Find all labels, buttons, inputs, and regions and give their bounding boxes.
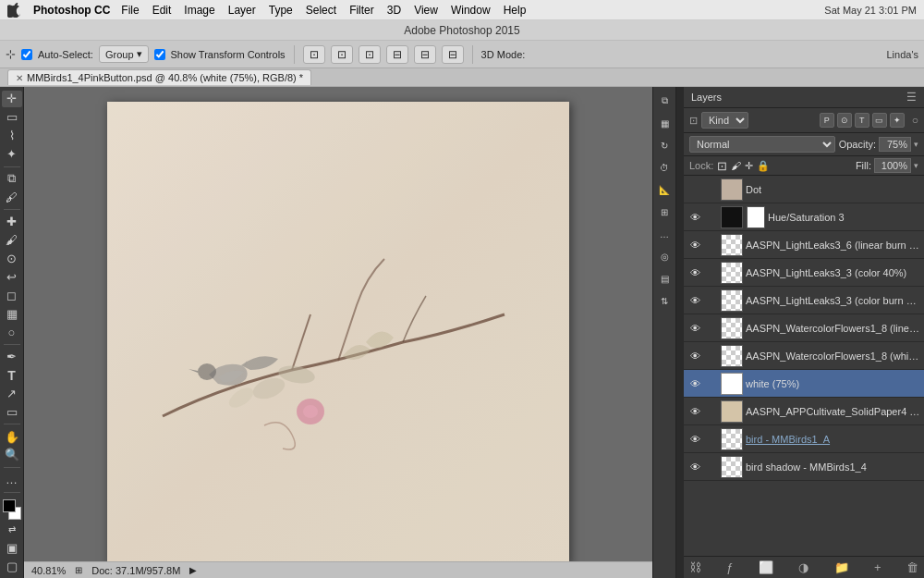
visibility-toggle[interactable]: 👁 — [687, 210, 702, 225]
layer-delete-btn[interactable]: 🗑 — [906, 560, 918, 574]
timeline-btn[interactable]: ⏱ — [654, 157, 675, 178]
eraser-tool[interactable]: ◻ — [2, 287, 22, 303]
magic-wand-tool[interactable]: ✦ — [2, 146, 22, 163]
menu-filter[interactable]: Filter — [349, 4, 374, 17]
layer-row[interactable]: 👁 AASPN_LightLeaks3_6 (linear burn 100%) — [684, 231, 924, 259]
close-icon[interactable]: ✕ — [16, 73, 23, 83]
layer-row[interactable]: 👁 AASPN_WatercolorFlowers1_8 (linear bur… — [684, 314, 924, 342]
fill-input[interactable] — [874, 158, 911, 173]
apple-icon[interactable] — [7, 3, 22, 18]
pen-tool[interactable]: ✒ — [2, 349, 22, 365]
gradient-tool[interactable]: ▦ — [2, 305, 22, 322]
layer-new-btn[interactable]: + — [874, 560, 881, 574]
lock-position-icon[interactable]: ✛ — [745, 160, 753, 172]
menu-edit[interactable]: Edit — [152, 4, 172, 17]
visibility-toggle[interactable]: 👁 — [687, 293, 702, 308]
swap-btn[interactable]: ⇅ — [654, 290, 675, 311]
expand-icon[interactable]: ▶ — [189, 565, 197, 575]
lock-image-icon[interactable]: 🖌 — [731, 160, 741, 171]
hand-tool[interactable]: ✋ — [2, 428, 22, 445]
spot-heal-tool[interactable]: ✚ — [2, 214, 22, 230]
align-top-icon[interactable]: ⊟ — [386, 45, 408, 64]
menu-layer[interactable]: Layer — [228, 4, 256, 17]
layer-row[interactable]: 👁 AASPN_LightLeaks3_3 (color 40%) — [684, 259, 924, 287]
auto-select-checkbox[interactable] — [21, 49, 32, 60]
visibility-toggle[interactable]: 👁 — [687, 432, 702, 447]
filter-smart-icon[interactable]: ✦ — [890, 113, 905, 128]
lock-transparent-icon[interactable]: ⊡ — [717, 159, 727, 173]
layer-link-btn[interactable]: ⛓ — [689, 560, 701, 574]
move-tool[interactable]: ✛ — [2, 91, 22, 107]
layer-row[interactable]: 👁 bird shadow - MMBirds1_4 — [684, 453, 924, 481]
eye-target-btn[interactable]: ◎ — [654, 246, 675, 266]
swap-colors-icon[interactable]: ⇄ — [2, 522, 22, 538]
menu-view[interactable]: View — [414, 4, 438, 17]
align-middle-icon[interactable]: ⊟ — [414, 45, 436, 64]
layers-panel-menu-icon[interactable]: ☰ — [906, 91, 917, 104]
lasso-tool[interactable]: ⌇ — [2, 128, 22, 144]
visibility-toggle[interactable]: 👁 — [687, 349, 702, 363]
layer-row[interactable]: 👁 AASPN_APPCultivate_SolidPaper4 (35%) — [684, 398, 924, 425]
stamp-tool[interactable]: ⊙ — [2, 251, 22, 267]
ruler-btn[interactable]: 📐 — [654, 179, 675, 200]
menu-type[interactable]: Type — [269, 4, 293, 17]
opacity-arrow[interactable]: ▾ — [914, 140, 918, 149]
panel-resize-handle[interactable] — [676, 87, 684, 578]
align-right-icon[interactable]: ⊡ — [359, 45, 381, 64]
layer-group-btn[interactable]: 📁 — [834, 560, 849, 574]
canvas-area[interactable]: ♪ 40.81% ⊞ Doc: 37.1M/957.8M ▶ — [24, 87, 652, 578]
layer-row[interactable]: 👁 bird - MMBirds1_A — [684, 425, 924, 453]
fill-arrow[interactable]: ▾ — [914, 161, 918, 170]
eyedropper-tool[interactable]: 🖋 — [2, 189, 22, 205]
visibility-toggle[interactable]: 👁 — [687, 238, 702, 252]
visibility-toggle[interactable] — [687, 182, 702, 197]
filter-adj-icon[interactable]: ⊙ — [837, 113, 852, 128]
layer-row[interactable]: 👁 AASPN_LightLeaks3_3 (color burn 40%) — [684, 287, 924, 314]
marquee-tool[interactable]: ▭ — [2, 109, 22, 126]
transform-checkbox[interactable] — [154, 49, 165, 60]
layer-row[interactable]: 👁 AASPN_WatercolorFlowers1_8 (white 100%… — [684, 342, 924, 370]
filter-type-icon[interactable]: T — [855, 113, 869, 128]
screen-mode-icon[interactable]: ▢ — [2, 558, 22, 574]
rotate-btn[interactable]: ↻ — [654, 135, 675, 155]
crop-tool[interactable]: ⧉ — [2, 170, 22, 187]
menu-select[interactable]: Select — [306, 4, 336, 17]
burn-tool[interactable]: ○ — [2, 324, 22, 340]
filter-shape-icon[interactable]: ▭ — [872, 113, 887, 128]
align-center-icon[interactable]: ⊡ — [331, 45, 353, 64]
path-select-tool[interactable]: ↗ — [2, 386, 22, 402]
layer-row[interactable]: Dot — [684, 176, 924, 203]
visibility-toggle[interactable]: 👁 — [687, 265, 702, 280]
lock-all-icon[interactable]: 🔒 — [757, 160, 770, 172]
foreground-color-swatch[interactable] — [3, 499, 16, 512]
history-tool[interactable]: ↩ — [2, 269, 22, 286]
layer-row[interactable]: 👁 Hue/Saturation 3 — [684, 203, 924, 231]
brush-tool[interactable]: 🖌 — [2, 232, 22, 249]
layer-type-filter[interactable]: Kind — [701, 112, 748, 129]
grid-btn[interactable]: ⊞ — [654, 202, 675, 222]
visibility-toggle[interactable]: 👁 — [687, 404, 702, 419]
layer-row-active[interactable]: 👁 white (75%) — [684, 370, 924, 398]
filter-toggle[interactable]: ○ — [912, 114, 918, 127]
visibility-toggle[interactable]: 👁 — [687, 460, 702, 474]
menu-help[interactable]: Help — [504, 4, 527, 17]
zoom-tool[interactable]: 🔍 — [2, 447, 22, 463]
visibility-toggle[interactable]: 👁 — [687, 376, 702, 391]
quick-mask-icon[interactable]: ▣ — [2, 539, 22, 556]
opacity-input[interactable] — [879, 137, 911, 152]
align-bottom-icon[interactable]: ⊟ — [442, 45, 464, 64]
blend-mode-select[interactable]: Normal — [689, 136, 835, 153]
layer-fx-btn[interactable]: ƒ — [726, 560, 733, 574]
filter-pixel-icon[interactable]: P — [820, 113, 834, 128]
layer-adj-btn[interactable]: ◑ — [798, 560, 808, 574]
menu-3d[interactable]: 3D — [387, 4, 401, 17]
screen-mode-btn[interactable]: ⧉ — [654, 91, 675, 111]
text-tool[interactable]: T — [2, 367, 22, 384]
align-left-icon[interactable]: ⊡ — [303, 45, 325, 64]
menu-file[interactable]: File — [121, 4, 139, 17]
document-tab[interactable]: ✕ MMBirds1_4PinkButton.psd @ 40.8% (whit… — [7, 69, 311, 85]
menu-window[interactable]: Window — [451, 4, 491, 17]
shape-tool[interactable]: ▭ — [2, 403, 22, 420]
arrange-btn[interactable]: ▦ — [654, 113, 675, 133]
more-tools[interactable]: … — [2, 472, 22, 488]
